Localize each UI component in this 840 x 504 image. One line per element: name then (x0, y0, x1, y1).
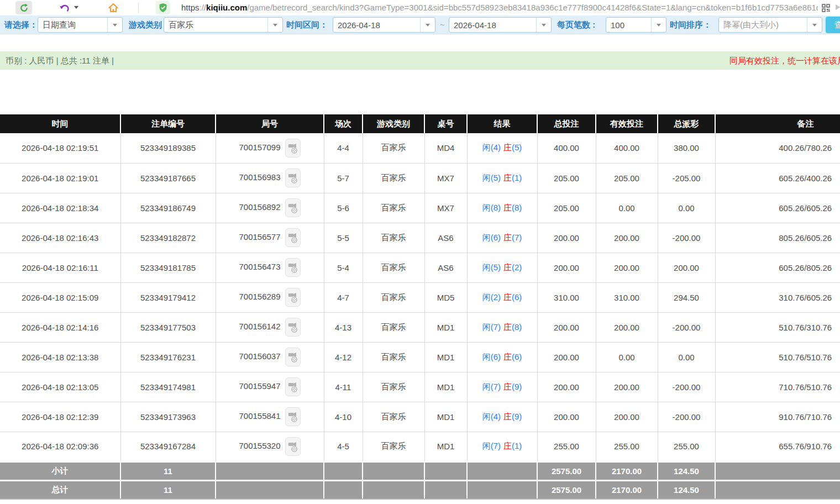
date-from-select[interactable]: 2026-04-18 (333, 17, 435, 33)
cell-payout: -200.00 (658, 372, 715, 402)
video-replay-button[interactable] (285, 437, 301, 456)
address-bar[interactable]: https://kiqiiu.com/game/betrecord_search… (181, 0, 818, 15)
video-replay-icon (288, 440, 298, 453)
cell-result: 闲(6)庄(6) (467, 342, 537, 372)
video-replay-button[interactable] (285, 228, 301, 247)
video-replay-icon (288, 381, 298, 393)
video-replay-icon (288, 142, 298, 154)
cell-game-type: 百家乐 (363, 342, 424, 372)
cell-time: 2026-04-18 02:13:38 (0, 342, 120, 372)
header-result: 结果 (467, 114, 537, 133)
search-button[interactable]: 查询 (826, 17, 840, 33)
cell-session: 5-4 (324, 253, 363, 282)
video-replay-icon (288, 232, 298, 244)
round-id-text: 700156473 (239, 262, 280, 271)
query-type-select[interactable]: 日期查询 (38, 17, 123, 33)
result-banker-num: (5) (512, 143, 522, 152)
cell-total-bet: 200.00 (537, 342, 596, 372)
cell-remark: 510.76/310.76 (715, 312, 840, 342)
result-player: 闲(2) (482, 292, 501, 302)
subtotal-label: 小计 (0, 461, 120, 480)
date-to-select[interactable]: 2026-04-18 (449, 17, 552, 33)
round-id-text: 700155947 (239, 381, 280, 391)
cell-session: 4-11 (324, 372, 363, 402)
cell-time: 2026-04-18 02:15:09 (0, 282, 120, 312)
cell-game-type: 百家乐 (363, 223, 424, 253)
video-replay-button[interactable] (285, 348, 301, 366)
header-game-type: 游戏类别 (363, 114, 424, 133)
qr-code-button[interactable] (820, 1, 831, 14)
cell-bet-id: 523349181785 (120, 253, 216, 282)
cell-payout: 255.00 (658, 432, 715, 461)
cell-round-id: 700155841 (216, 402, 324, 432)
cell-round-id: 700155320 (216, 432, 324, 461)
cell-round-id: 700156037 (216, 342, 324, 372)
video-replay-icon (288, 172, 298, 184)
chevron-down-icon (807, 18, 822, 32)
cell-round-id: 700156142 (216, 312, 324, 342)
header-table-no: 桌号 (424, 114, 467, 133)
cell-table-no: MD5 (424, 282, 467, 312)
result-banker-label: 庄 (503, 143, 512, 152)
video-replay-button[interactable] (285, 377, 301, 396)
round-id-text: 700156142 (239, 322, 280, 331)
cell-table-no: MD1 (424, 402, 467, 432)
cell-table-no: MX7 (424, 193, 467, 223)
home-button[interactable] (106, 1, 120, 14)
cell-table-no: MD1 (424, 372, 467, 402)
undo-button[interactable] (57, 1, 72, 14)
total-total-bet: 2575.00 (537, 480, 596, 499)
refresh-button[interactable] (15, 1, 32, 14)
sort-select[interactable]: 降幂(由大到小) (718, 17, 822, 33)
cell-remark: 910.76/710.76 (715, 402, 840, 432)
result-player: 闲(6) (482, 352, 501, 361)
table-row: 2026-04-18 02:19:01 523349187665 7001569… (0, 163, 840, 193)
result-banker-num: (7) (512, 233, 522, 242)
cell-result: 闲(7)庄(1) (467, 432, 537, 461)
video-replay-button[interactable] (285, 407, 301, 426)
total-valid-bet: 2170.00 (596, 480, 658, 499)
header-round-id: 局号 (216, 114, 324, 133)
cell-bet-id: 523349189385 (120, 133, 216, 163)
subtotal-count: 11 (120, 461, 216, 480)
video-replay-icon (288, 291, 298, 303)
summary-currency-count: 币别 : 人民币 | 总共 :11 注单 | (6, 51, 114, 70)
cell-total-bet: 200.00 (537, 312, 596, 342)
cell-table-no: MD1 (424, 432, 467, 461)
cell-round-id: 700156983 (216, 163, 324, 193)
result-banker-label: 庄 (503, 322, 512, 332)
cell-game-type: 百家乐 (363, 372, 424, 402)
per-page-select[interactable]: 100 (606, 17, 666, 33)
cell-payout: 0.00 (658, 342, 715, 372)
records-tbody: 2026-04-18 02:19:51 523349189385 7001570… (0, 133, 840, 461)
cell-table-no: AS6 (424, 223, 467, 253)
cell-remark: 710.76/510.76 (715, 372, 840, 402)
result-banker-num: (9) (512, 412, 522, 421)
game-type-select[interactable]: 百家乐 (164, 17, 283, 33)
cell-result: 闲(7)庄(9) (467, 372, 537, 402)
cell-result: 闲(8)庄(8) (467, 193, 537, 223)
video-replay-button[interactable] (285, 318, 301, 337)
video-replay-button[interactable] (285, 139, 301, 158)
cell-result: 闲(2)庄(6) (467, 282, 537, 312)
cell-remark: 310.76/605.26 (715, 282, 840, 312)
table-row: 2026-04-18 02:09:36 523349167284 7001553… (0, 432, 840, 461)
video-replay-icon (288, 351, 298, 363)
round-id-text: 700156289 (239, 292, 280, 301)
cell-session: 4-7 (324, 282, 363, 312)
shield-icon (159, 3, 167, 13)
cell-game-type: 百家乐 (363, 402, 424, 432)
cell-session: 5-6 (324, 193, 363, 223)
refresh-icon (19, 3, 29, 13)
cell-time: 2026-04-18 02:14:16 (0, 312, 120, 342)
video-replay-button[interactable] (285, 258, 301, 277)
undo-dropdown-caret[interactable] (74, 6, 78, 9)
security-badge[interactable] (156, 1, 170, 14)
time-range-label: 时间区间： (286, 15, 328, 34)
video-replay-button[interactable] (285, 288, 301, 307)
video-replay-button[interactable] (285, 198, 301, 217)
chevron-down-icon (107, 18, 122, 32)
per-page-label: 每页笔数 : (557, 15, 595, 34)
table-row: 2026-04-18 02:14:16 523349177503 7001561… (0, 312, 840, 342)
video-replay-button[interactable] (285, 169, 301, 187)
